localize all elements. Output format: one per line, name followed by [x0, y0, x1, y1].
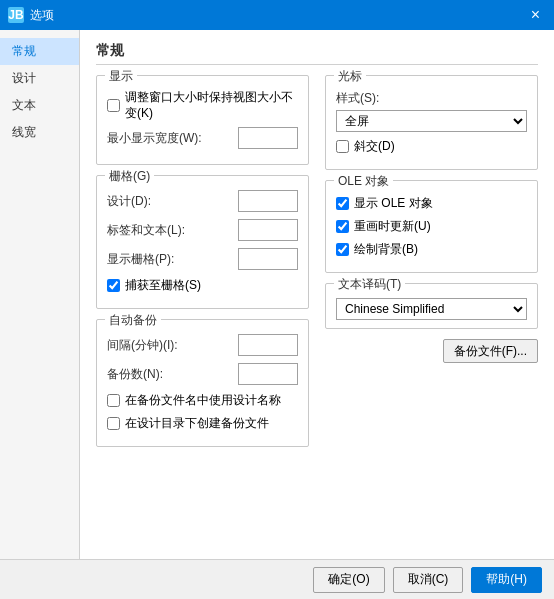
- text-encoding-group: 文本译码(T) Chinese Simplified UTF-8 GBK Big…: [325, 283, 538, 329]
- auto-backup-group: 自动备份 间隔(分钟)(I): 5 备份数(N): 3 在备份文件名中使用设计名…: [96, 319, 309, 447]
- min-width-row: 最小显示宽度(W): 20: [107, 127, 298, 149]
- display-grid-label: 显示栅格(P):: [107, 251, 238, 268]
- section-title: 常规: [96, 42, 538, 65]
- count-label: 备份数(N):: [107, 366, 238, 383]
- label-text-row: 标签和文本(L): 10: [107, 219, 298, 241]
- resize-checkbox-label: 调整窗口大小时保持视图大小不变(K): [125, 90, 298, 121]
- display-group-label: 显示: [105, 68, 137, 85]
- count-input[interactable]: 3: [238, 363, 298, 385]
- slant-checkbox[interactable]: [336, 140, 349, 153]
- redraw-checkbox[interactable]: [336, 220, 349, 233]
- sidebar-item-design[interactable]: 设计: [0, 65, 79, 92]
- cursor-style-select[interactable]: 全屏 小 中 大: [336, 110, 527, 132]
- two-column-layout: 显示 调整窗口大小时保持视图大小不变(K) 最小显示宽度(W): 20 栅格(G…: [96, 75, 538, 457]
- window-title: 选项: [30, 7, 54, 24]
- cursor-group: 光标 样式(S): 全屏 小 中 大: [325, 75, 538, 170]
- redraw-label: 重画时更新(U): [354, 218, 431, 235]
- auto-backup-label: 自动备份: [105, 312, 161, 329]
- ok-button[interactable]: 确定(O): [313, 567, 384, 593]
- backup-file-button[interactable]: 备份文件(F)...: [443, 339, 538, 363]
- use-design-name-row: 在备份文件名中使用设计名称: [107, 392, 298, 409]
- count-row: 备份数(N): 3: [107, 363, 298, 385]
- design-input[interactable]: 100: [238, 190, 298, 212]
- sidebar: 常规 设计 文本 线宽: [0, 30, 80, 559]
- sidebar-item-general[interactable]: 常规: [0, 38, 79, 65]
- text-encoding-label: 文本译码(T): [334, 276, 405, 293]
- main-content: 常规 设计 文本 线宽 常规 显示 调整窗口大小时保持视图大小不变(K): [0, 30, 554, 559]
- grid-group: 栅格(G) 设计(D): 100 标签和文本(L): 10 显示栅格(P): 1…: [96, 175, 309, 309]
- cancel-button[interactable]: 取消(C): [393, 567, 464, 593]
- show-ole-label: 显示 OLE 对象: [354, 195, 433, 212]
- cursor-style-label: 样式(S):: [336, 90, 527, 107]
- sidebar-item-linewidth[interactable]: 线宽: [0, 119, 79, 146]
- create-in-dir-checkbox[interactable]: [107, 417, 120, 430]
- resize-checkbox-row: 调整窗口大小时保持视图大小不变(K): [107, 90, 298, 121]
- min-width-input[interactable]: 20: [238, 127, 298, 149]
- encoding-select-row: Chinese Simplified UTF-8 GBK Big5: [336, 298, 527, 320]
- backup-btn-row: 备份文件(F)...: [325, 339, 538, 363]
- display-grid-input[interactable]: 1000: [238, 248, 298, 270]
- show-ole-checkbox[interactable]: [336, 197, 349, 210]
- close-button[interactable]: ×: [525, 5, 546, 25]
- right-col: 光标 样式(S): 全屏 小 中 大: [325, 75, 538, 457]
- draw-bg-checkbox[interactable]: [336, 243, 349, 256]
- draw-bg-label: 绘制背景(B): [354, 241, 418, 258]
- use-design-name-checkbox[interactable]: [107, 394, 120, 407]
- bottom-bar: 确定(O) 取消(C) 帮助(H): [0, 559, 554, 599]
- display-grid-row: 显示栅格(P): 1000: [107, 248, 298, 270]
- encoding-select[interactable]: Chinese Simplified UTF-8 GBK Big5: [336, 298, 527, 320]
- label-text-label: 标签和文本(L):: [107, 222, 238, 239]
- ole-group: OLE 对象 显示 OLE 对象 重画时更新(U) 绘制背景(B): [325, 180, 538, 273]
- ole-group-label: OLE 对象: [334, 173, 393, 190]
- interval-input[interactable]: 5: [238, 334, 298, 356]
- snap-checkbox-row: 捕获至栅格(S): [107, 277, 298, 294]
- cursor-style-row: 全屏 小 中 大: [336, 110, 527, 132]
- snap-checkbox[interactable]: [107, 279, 120, 292]
- app-icon: JB: [8, 7, 24, 23]
- cursor-group-label: 光标: [334, 68, 366, 85]
- display-group: 显示 调整窗口大小时保持视图大小不变(K) 最小显示宽度(W): 20: [96, 75, 309, 165]
- help-button[interactable]: 帮助(H): [471, 567, 542, 593]
- content-area: 常规 显示 调整窗口大小时保持视图大小不变(K) 最小显示宽度(W): 20: [80, 30, 554, 559]
- sidebar-item-text[interactable]: 文本: [0, 92, 79, 119]
- create-in-dir-label: 在设计目录下创建备份文件: [125, 415, 269, 432]
- title-bar: JB 选项 ×: [0, 0, 554, 30]
- interval-row: 间隔(分钟)(I): 5: [107, 334, 298, 356]
- grid-group-label: 栅格(G): [105, 168, 154, 185]
- snap-label: 捕获至栅格(S): [125, 277, 201, 294]
- app-icon-text: JB: [8, 8, 23, 22]
- label-text-input[interactable]: 10: [238, 219, 298, 241]
- use-design-name-label: 在备份文件名中使用设计名称: [125, 392, 281, 409]
- left-col: 显示 调整窗口大小时保持视图大小不变(K) 最小显示宽度(W): 20 栅格(G…: [96, 75, 309, 457]
- slant-label: 斜交(D): [354, 138, 395, 155]
- design-label: 设计(D):: [107, 193, 238, 210]
- create-in-dir-row: 在设计目录下创建备份文件: [107, 415, 298, 432]
- design-row: 设计(D): 100: [107, 190, 298, 212]
- resize-checkbox[interactable]: [107, 99, 120, 112]
- draw-bg-row: 绘制背景(B): [336, 241, 527, 258]
- interval-label: 间隔(分钟)(I):: [107, 337, 238, 354]
- show-ole-row: 显示 OLE 对象: [336, 195, 527, 212]
- min-width-label: 最小显示宽度(W):: [107, 130, 238, 147]
- slant-checkbox-row: 斜交(D): [336, 138, 527, 155]
- redraw-row: 重画时更新(U): [336, 218, 527, 235]
